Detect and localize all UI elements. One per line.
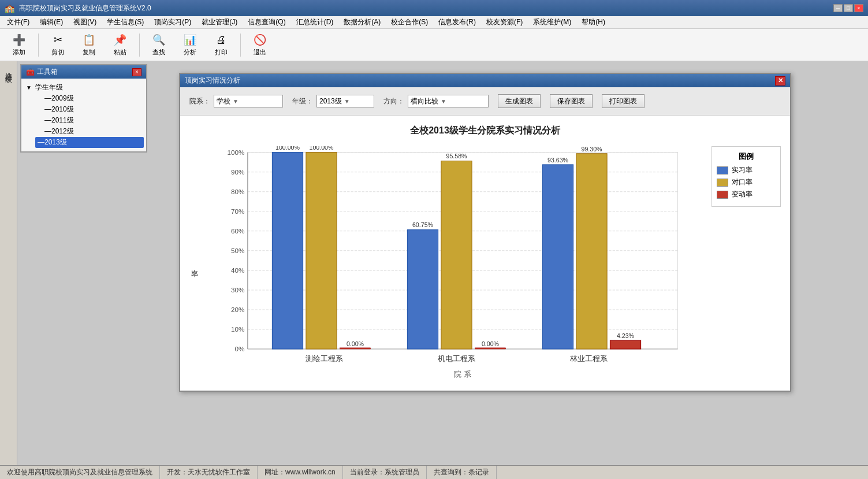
menu-student[interactable]: 学生信息(S) [102, 16, 148, 28]
svg-rect-33 [441, 161, 472, 350]
menu-employment[interactable]: 就业管理(J) [197, 16, 242, 28]
toolbar-cut[interactable]: ✂ 剪切 [43, 31, 72, 59]
svg-rect-40 [576, 154, 607, 349]
legend-color-change [717, 191, 728, 199]
legend-title: 图例 [717, 151, 776, 162]
svg-text:100.00%: 100.00% [310, 146, 334, 151]
dept-label: 院系： [189, 96, 210, 106]
svg-text:50%: 50% [231, 247, 244, 254]
toolbar-print[interactable]: 🖨 打印 [207, 31, 236, 59]
dept-select[interactable]: 学校 ▼ [214, 95, 283, 107]
svg-text:0.00%: 0.00% [482, 340, 500, 347]
dialog-close-button[interactable]: ✕ [775, 76, 785, 86]
legend-label-matching: 对口率 [732, 177, 752, 187]
menu-view[interactable]: 视图(V) [69, 16, 101, 28]
menu-help[interactable]: 帮助(H) [577, 16, 610, 28]
menu-bar: 文件(F) 编辑(E) 视图(V) 学生信息(S) 顶岗实习(P) 就业管理(J… [0, 16, 868, 29]
tree-item-2009[interactable]: —2009级 [35, 93, 144, 104]
chart-area: 比率 100% 90% [189, 146, 781, 381]
tree-root-item[interactable]: ▼ 学生年级 [24, 82, 144, 93]
maximize-button[interactable]: □ [844, 4, 853, 12]
menu-system[interactable]: 系统维护(M) [528, 16, 576, 28]
chart-svg: 100% 90% 80% 70% 60% [211, 146, 702, 380]
chart-container: 全校2013级学生分院系实习情况分析 比率 100% [180, 116, 790, 391]
toolbar-find[interactable]: 🔍 查找 [144, 31, 173, 59]
dialog-title-bar: 顶岗实习情况分析 ✕ [180, 74, 790, 87]
grade-select[interactable]: 2013级 ▼ [316, 95, 374, 107]
sidebar-label: 选择年级 [3, 67, 13, 72]
legend-label-internship: 实习率 [732, 165, 752, 175]
chart-legend: 图例 实习率 对口率 变动率 [711, 146, 781, 207]
svg-rect-24 [272, 153, 303, 349]
chart-y-label: 比率 [189, 146, 199, 381]
print-chart-button[interactable]: 打印图表 [602, 94, 645, 108]
grade-label: 年级： [292, 96, 313, 106]
generate-chart-button[interactable]: 生成图表 [498, 94, 541, 108]
minimize-button[interactable]: ─ [833, 4, 843, 12]
menu-file[interactable]: 文件(F) [2, 16, 34, 28]
legend-color-internship [717, 166, 728, 174]
status-user: 当前登录：系统管理员 [343, 466, 427, 479]
svg-text:10%: 10% [231, 325, 244, 333]
dept-value: 学校 [217, 96, 230, 106]
menu-internship[interactable]: 顶岗实习(P) [150, 16, 196, 28]
menu-alumni[interactable]: 校友资源(F) [482, 16, 527, 28]
toolbar-sep-1 [38, 34, 39, 57]
toolbar-analyze[interactable]: 📊 分析 [176, 31, 204, 59]
status-developer: 开发：天水无忧软件工作室 [160, 466, 258, 479]
cut-icon: ✂ [51, 33, 65, 47]
svg-text:40%: 40% [231, 266, 244, 274]
chart-title: 全校2013级学生分院系实习情况分析 [189, 125, 781, 137]
tree-item-2013[interactable]: —2013级 [35, 137, 144, 148]
toolbar-add[interactable]: ➕ 添加 [5, 31, 33, 59]
svg-rect-35 [475, 348, 505, 349]
legend-item-change: 变动率 [717, 190, 776, 199]
svg-text:100%: 100% [228, 148, 245, 156]
toolbar-paste[interactable]: 📌 粘贴 [106, 31, 135, 59]
dialog-controls: 院系： 学校 ▼ 年级： 2013级 ▼ 方向： 横向比较 [180, 87, 790, 116]
svg-text:93.63%: 93.63% [547, 157, 569, 164]
tree-children: —2009级 —2010级 —2011级 —2012级 —2013级 [24, 93, 144, 148]
direction-label: 方向： [383, 96, 404, 106]
svg-rect-28 [340, 348, 370, 349]
menu-analysis[interactable]: 数据分析(A) [339, 16, 385, 28]
menu-edit[interactable]: 编辑(E) [35, 16, 68, 28]
status-records: 共查询到：条记录 [427, 466, 497, 479]
grade-dropdown-arrow: ▼ [344, 98, 350, 105]
svg-text:0%: 0% [235, 345, 245, 352]
window-controls: ─ □ × [833, 4, 863, 12]
grade-value: 2013级 [319, 96, 342, 106]
menu-summary[interactable]: 汇总统计(D) [292, 16, 338, 28]
direction-select[interactable]: 横向比较 ▼ [408, 95, 489, 107]
svg-rect-31 [407, 230, 438, 349]
svg-text:70%: 70% [231, 207, 244, 215]
close-button[interactable]: × [854, 4, 863, 12]
save-chart-button[interactable]: 保存图表 [550, 94, 593, 108]
direction-value: 横向比较 [411, 96, 438, 106]
svg-text:95.58%: 95.58% [446, 153, 467, 159]
toolbox-icon: 🧰 [26, 68, 35, 76]
toolbar-sep-2 [139, 34, 140, 57]
print-icon: 🖨 [214, 33, 228, 47]
direction-dropdown-arrow: ▼ [441, 98, 446, 105]
main-area: 选择年级 🧰 工具箱 × ▼ 学生年级 —2009级 —2010级 —2011级… [0, 61, 868, 465]
menu-publish[interactable]: 信息发布(R) [434, 16, 480, 28]
tree-item-2010[interactable]: —2010级 [35, 104, 144, 115]
toolbox-close-button[interactable]: × [132, 68, 141, 76]
direction-control-group: 方向： 横向比较 ▼ [383, 95, 489, 107]
toolbar: ➕ 添加 ✂ 剪切 📋 复制 📌 粘贴 🔍 查找 📊 分析 🖨 打印 🚫 退出 [0, 29, 868, 61]
menu-query[interactable]: 信息查询(Q) [243, 16, 290, 28]
tree-item-2012[interactable]: —2012级 [35, 126, 144, 137]
svg-text:院 系: 院 系 [454, 370, 471, 378]
chart-main: 100% 90% 80% 70% 60% [211, 146, 702, 381]
svg-text:20%: 20% [231, 306, 244, 313]
toolbar-copy[interactable]: 📋 复制 [74, 31, 103, 59]
svg-text:0.00%: 0.00% [347, 340, 364, 347]
sidebar: 选择年级 [0, 61, 17, 465]
tree-item-2011[interactable]: —2011级 [35, 115, 144, 126]
toolbox-content: ▼ 学生年级 —2009级 —2010级 —2011级 —2012级 —2013… [21, 79, 146, 151]
toolbar-exit[interactable]: 🚫 退出 [245, 31, 274, 59]
expand-icon: ▼ [26, 84, 33, 91]
status-welcome: 欢迎使用高职院校顶岗实习及就业信息管理系统 [5, 466, 160, 479]
menu-cooperation[interactable]: 校企合作(S) [386, 16, 433, 28]
